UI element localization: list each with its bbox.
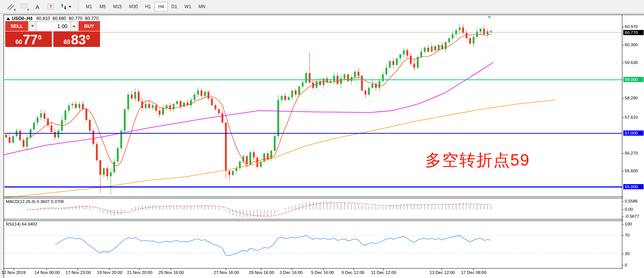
time-tick-label: 3 Dec 16:00 xyxy=(280,270,303,275)
volume-increase-button[interactable] xyxy=(70,21,78,31)
price-tick-label: 60.300 xyxy=(625,43,638,47)
time-tick-label: 9 Dec 12:00 xyxy=(341,270,364,275)
spin-down-icon xyxy=(31,25,34,27)
price-tick-label: 56.270 xyxy=(625,151,638,155)
time-tick-label: 14 Nov 00:00 xyxy=(34,270,60,275)
sell-price-small: 60 xyxy=(16,39,22,46)
price-badge: 55.000 xyxy=(623,184,644,189)
open-value: 60.810 xyxy=(36,16,50,21)
rsi-axis-label: 100 xyxy=(625,222,632,226)
volume-decrease-button[interactable] xyxy=(29,21,36,31)
symbol-name: USOil-,H4 xyxy=(12,16,32,21)
volume-input[interactable] xyxy=(36,21,70,31)
sell-quote-panel[interactable]: 60 77 0 xyxy=(5,31,52,47)
time-tick-label: 5 Dec 16:00 xyxy=(311,270,334,275)
time-tick-label: 25 Nov 16:00 xyxy=(159,270,184,275)
sell-price-sup: 0 xyxy=(38,34,41,41)
macd-axis-label: 0.5586 xyxy=(625,199,638,203)
price-badge: 60.770 xyxy=(623,30,644,35)
rsi-label: RSI(14) 64.9402 xyxy=(6,222,37,226)
time-tick-label: 29 Nov 16:00 xyxy=(249,270,274,275)
spin-up-icon xyxy=(73,25,76,27)
time-tick-label: 12 Nov 2019 xyxy=(1,270,26,275)
price-badge: 59.000 xyxy=(623,77,644,82)
sell-price-big: 77 xyxy=(23,34,38,46)
trading-terminal: E F A T M1M5M15M30H1H4D1W1MN xyxy=(0,0,644,278)
buy-button[interactable]: BUY xyxy=(79,21,100,31)
time-tick-label: 11 Dec 12:00 xyxy=(371,270,396,275)
one-click-trading-panel: SELL BUY 60 77 0 60 83 0 xyxy=(5,21,100,47)
quote-row: 60 77 0 60 83 0 xyxy=(5,31,100,47)
price-tick-label: 55.600 xyxy=(625,169,638,173)
chart-annotation-text: 多空转折点59 xyxy=(425,149,530,171)
buy-quote-panel[interactable]: 60 83 0 xyxy=(53,31,100,47)
buy-price-small: 60 xyxy=(64,39,70,46)
macd-axis-label: 0.00 xyxy=(625,207,633,211)
time-tick-label: 13 Dec 12:00 xyxy=(430,270,455,275)
one-click-collapse-icon[interactable] xyxy=(6,17,10,20)
chart-shift-marker-icon[interactable] xyxy=(487,16,491,18)
rsi-axis-label: 70 xyxy=(625,233,630,237)
time-tick-label: 27 Nov 16:00 xyxy=(214,270,239,275)
high-value: 60.880 xyxy=(53,16,66,21)
price-tick-label: 59.630 xyxy=(625,60,638,65)
sell-button[interactable]: SELL xyxy=(5,21,28,31)
buy-price-big: 83 xyxy=(71,34,86,46)
time-tick-label: 17 Dec 08:00 xyxy=(461,270,486,275)
price-tick-label: 60.970 xyxy=(625,24,638,29)
ohlc-readout: 60.810 60.880 60.770 60.770 xyxy=(36,16,99,21)
price-badge: 57.000 xyxy=(623,130,644,136)
close-value: 60.770 xyxy=(85,16,99,21)
macd-label: MACD(12,26,9) 0.3607 0.3706 xyxy=(6,199,64,204)
price-tick-label: 58.280 xyxy=(625,96,638,100)
rsi-axis-label: 30 xyxy=(625,251,630,256)
low-value: 60.770 xyxy=(69,16,83,21)
time-tick-label: 21 Nov 20:00 xyxy=(127,270,152,275)
symbol-header: USOil-,H4 60.810 60.880 60.770 60.770 xyxy=(6,16,99,21)
buy-price-sup: 0 xyxy=(86,34,90,41)
macd-axis-label: -0.5677 xyxy=(625,214,639,218)
rsi-axis-label: 0 xyxy=(625,263,627,267)
time-tick-label: 19 Nov 20:00 xyxy=(97,270,122,275)
price-tick-label: 57.610 xyxy=(625,115,638,119)
order-row: SELL BUY xyxy=(5,21,100,31)
time-tick-label: 17 Nov 23:00 xyxy=(66,270,91,275)
